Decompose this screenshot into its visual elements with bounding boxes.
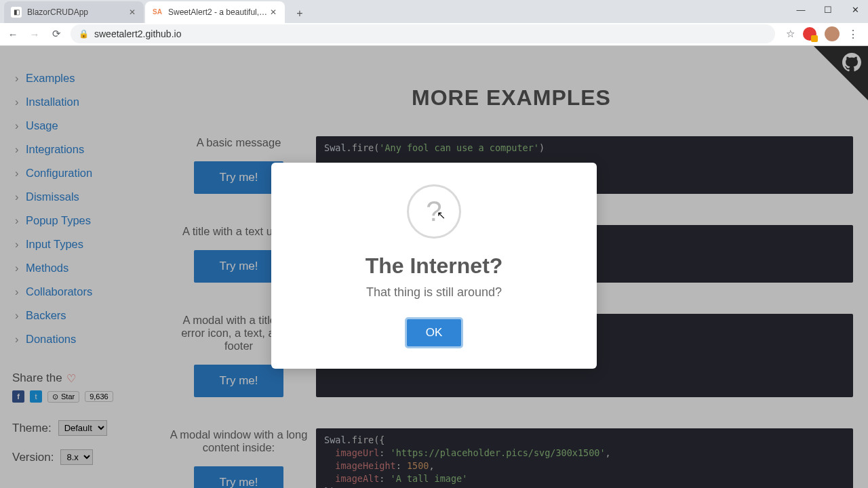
browser-chrome: ◧ BlazorCRUDApp ✕ SA SweetAlert2 - a bea… [0,0,868,46]
address-bar[interactable]: 🔒 sweetalert2.github.io [71,24,775,43]
tab-bar: ◧ BlazorCRUDApp ✕ SA SweetAlert2 - a bea… [0,0,868,23]
new-tab-button[interactable]: + [290,4,309,23]
ok-button[interactable]: OK [405,317,464,348]
reload-button[interactable]: ⟳ [49,26,64,41]
close-icon[interactable]: ✕ [269,7,278,17]
url-text: sweetalert2.github.io [94,28,181,39]
profile-avatar[interactable] [825,26,840,41]
question-icon: ? [407,184,461,239]
close-icon[interactable]: ✕ [127,7,137,17]
tab-blazor[interactable]: ◧ BlazorCRUDApp ✕ [4,1,144,23]
tab-title: BlazorCRUDApp [27,7,127,17]
sweetalert-modal: ? The Internet? That thing is still arou… [271,163,597,369]
tab-sweetalert[interactable]: SA SweetAlert2 - a beautiful, respon ✕ [145,1,285,23]
extension-icon[interactable] [803,27,816,41]
modal-text: That thing is still around? [292,285,576,300]
window-controls: — ☐ ✕ [792,3,864,16]
modal-title: The Internet? [292,253,576,279]
bookmark-icon[interactable]: ☆ [786,28,795,40]
toolbar: ← → ⟳ 🔒 sweetalert2.github.io ☆ ⋮ [0,23,868,46]
back-button[interactable]: ← [5,26,20,41]
mouse-cursor: ↖ [437,209,446,222]
favicon-sa: SA [152,7,163,18]
page-content: Examples Installation Usage Integrations… [0,46,868,488]
tab-title: SweetAlert2 - a beautiful, respon [168,7,269,17]
close-window-button[interactable]: ✕ [846,3,864,16]
forward-button[interactable]: → [27,26,42,41]
minimize-button[interactable]: — [792,3,810,16]
menu-icon[interactable]: ⋮ [848,28,859,41]
maximize-button[interactable]: ☐ [819,3,837,16]
favicon-blazor: ◧ [11,7,22,18]
lock-icon: 🔒 [79,29,89,39]
